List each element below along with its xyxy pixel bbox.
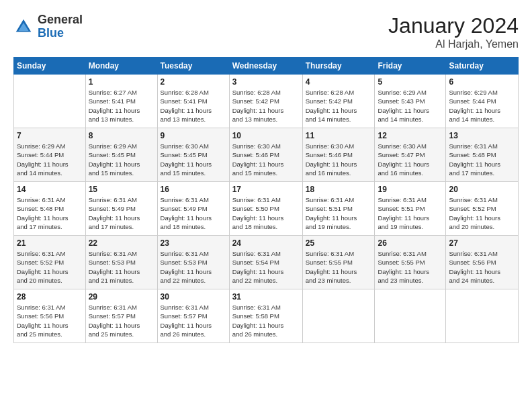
day-number: 2: [161, 77, 226, 87]
col-wednesday: Wednesday: [229, 58, 302, 75]
day-number: 13: [449, 131, 515, 140]
day-info: Sunrise: 6:31 AM Sunset: 5:49 PM Dayligh…: [161, 195, 226, 231]
day-number: 11: [306, 131, 372, 140]
logo-blue: Blue: [38, 26, 64, 40]
day-number: 10: [232, 131, 300, 140]
day-info: Sunrise: 6:29 AM Sunset: 5:45 PM Dayligh…: [89, 142, 154, 177]
header: General Blue January 2024 Al Harjah, Yem…: [13, 13, 519, 50]
day-number: 3: [232, 77, 300, 87]
col-friday: Friday: [375, 58, 446, 75]
day-number: 6: [449, 77, 515, 87]
day-info: Sunrise: 6:31 AM Sunset: 5:57 PM Dayligh…: [89, 303, 154, 338]
day-number: 8: [89, 131, 154, 140]
table-row: 25Sunrise: 6:31 AM Sunset: 5:55 PM Dayli…: [302, 236, 375, 289]
day-info: Sunrise: 6:31 AM Sunset: 5:56 PM Dayligh…: [449, 249, 515, 285]
calendar-week-row: 1Sunrise: 6:27 AM Sunset: 5:41 PM Daylig…: [14, 75, 519, 128]
table-row: 2Sunrise: 6:28 AM Sunset: 5:41 PM Daylig…: [157, 75, 229, 128]
day-number: 30: [161, 292, 226, 302]
day-info: Sunrise: 6:31 AM Sunset: 5:53 PM Dayligh…: [89, 249, 154, 285]
table-row: 6Sunrise: 6:29 AM Sunset: 5:44 PM Daylig…: [446, 75, 519, 128]
day-number: 28: [17, 292, 83, 302]
day-number: 26: [378, 238, 443, 248]
calendar-week-row: 21Sunrise: 6:31 AM Sunset: 5:52 PM Dayli…: [14, 236, 519, 289]
table-row: [14, 75, 86, 128]
table-row: 1Sunrise: 6:27 AM Sunset: 5:41 PM Daylig…: [85, 75, 157, 128]
table-row: 5Sunrise: 6:29 AM Sunset: 5:43 PM Daylig…: [375, 75, 446, 128]
col-tuesday: Tuesday: [157, 58, 229, 75]
col-sunday: Sunday: [14, 58, 86, 75]
col-saturday: Saturday: [446, 58, 519, 75]
day-info: Sunrise: 6:28 AM Sunset: 5:42 PM Dayligh…: [306, 88, 372, 124]
day-info: Sunrise: 6:29 AM Sunset: 5:43 PM Dayligh…: [378, 88, 443, 124]
table-row: 8Sunrise: 6:29 AM Sunset: 5:45 PM Daylig…: [85, 128, 157, 182]
day-info: Sunrise: 6:31 AM Sunset: 5:52 PM Dayligh…: [17, 249, 83, 285]
table-row: 4Sunrise: 6:28 AM Sunset: 5:42 PM Daylig…: [302, 75, 375, 128]
table-row: 21Sunrise: 6:31 AM Sunset: 5:52 PM Dayli…: [14, 236, 86, 289]
calendar-week-row: 28Sunrise: 6:31 AM Sunset: 5:56 PM Dayli…: [14, 289, 519, 343]
table-row: 30Sunrise: 6:31 AM Sunset: 5:57 PM Dayli…: [157, 289, 229, 343]
table-row: 14Sunrise: 6:31 AM Sunset: 5:48 PM Dayli…: [14, 182, 86, 236]
table-row: 16Sunrise: 6:31 AM Sunset: 5:49 PM Dayli…: [157, 182, 229, 236]
day-number: 17: [232, 185, 300, 194]
table-row: 31Sunrise: 6:31 AM Sunset: 5:58 PM Dayli…: [229, 289, 302, 343]
table-row: 28Sunrise: 6:31 AM Sunset: 5:56 PM Dayli…: [14, 289, 86, 343]
day-number: 5: [378, 77, 443, 87]
day-info: Sunrise: 6:31 AM Sunset: 5:51 PM Dayligh…: [306, 195, 372, 231]
day-info: Sunrise: 6:28 AM Sunset: 5:41 PM Dayligh…: [161, 88, 226, 124]
title-block: January 2024 Al Harjah, Yemen: [388, 13, 519, 50]
day-number: 12: [378, 131, 443, 140]
day-number: 21: [17, 238, 83, 248]
day-number: 7: [17, 131, 83, 140]
day-info: Sunrise: 6:31 AM Sunset: 5:55 PM Dayligh…: [378, 249, 443, 285]
day-info: Sunrise: 6:31 AM Sunset: 5:49 PM Dayligh…: [89, 195, 154, 231]
table-row: 23Sunrise: 6:31 AM Sunset: 5:53 PM Dayli…: [157, 236, 229, 289]
col-monday: Monday: [85, 58, 157, 75]
day-number: 9: [161, 131, 226, 140]
page: General Blue January 2024 Al Harjah, Yem…: [0, 0, 532, 411]
day-info: Sunrise: 6:30 AM Sunset: 5:45 PM Dayligh…: [161, 142, 226, 177]
day-number: 27: [449, 238, 515, 248]
day-number: 29: [89, 292, 154, 302]
day-info: Sunrise: 6:30 AM Sunset: 5:46 PM Dayligh…: [232, 142, 300, 177]
table-row: [375, 289, 446, 343]
table-row: 7Sunrise: 6:29 AM Sunset: 5:44 PM Daylig…: [14, 128, 86, 182]
day-number: 24: [232, 238, 300, 248]
calendar-subtitle: Al Harjah, Yemen: [388, 38, 519, 50]
table-row: 11Sunrise: 6:30 AM Sunset: 5:46 PM Dayli…: [302, 128, 375, 182]
day-info: Sunrise: 6:31 AM Sunset: 5:51 PM Dayligh…: [378, 195, 443, 231]
day-number: 18: [306, 185, 372, 194]
day-number: 31: [232, 292, 300, 302]
logo: General Blue: [13, 13, 83, 40]
day-info: Sunrise: 6:28 AM Sunset: 5:42 PM Dayligh…: [232, 88, 300, 124]
table-row: 27Sunrise: 6:31 AM Sunset: 5:56 PM Dayli…: [446, 236, 519, 289]
table-row: 24Sunrise: 6:31 AM Sunset: 5:54 PM Dayli…: [229, 236, 302, 289]
table-row: 18Sunrise: 6:31 AM Sunset: 5:51 PM Dayli…: [302, 182, 375, 236]
col-thursday: Thursday: [302, 58, 375, 75]
calendar-title: January 2024: [388, 13, 519, 38]
table-row: 19Sunrise: 6:31 AM Sunset: 5:51 PM Dayli…: [375, 182, 446, 236]
day-number: 14: [17, 185, 83, 194]
logo-text: General Blue: [38, 13, 83, 40]
day-info: Sunrise: 6:31 AM Sunset: 5:48 PM Dayligh…: [17, 195, 83, 231]
table-row: 13Sunrise: 6:31 AM Sunset: 5:48 PM Dayli…: [446, 128, 519, 182]
day-info: Sunrise: 6:31 AM Sunset: 5:56 PM Dayligh…: [17, 303, 83, 338]
table-row: 3Sunrise: 6:28 AM Sunset: 5:42 PM Daylig…: [229, 75, 302, 128]
day-info: Sunrise: 6:27 AM Sunset: 5:41 PM Dayligh…: [89, 88, 154, 124]
day-info: Sunrise: 6:31 AM Sunset: 5:48 PM Dayligh…: [449, 142, 515, 177]
day-info: Sunrise: 6:30 AM Sunset: 5:46 PM Dayligh…: [306, 142, 372, 177]
logo-general: General: [38, 13, 83, 26]
day-number: 23: [161, 238, 226, 248]
day-info: Sunrise: 6:31 AM Sunset: 5:58 PM Dayligh…: [232, 303, 300, 338]
day-number: 1: [89, 77, 154, 87]
calendar-header-row: Sunday Monday Tuesday Wednesday Thursday…: [14, 58, 519, 75]
day-number: 20: [449, 185, 515, 194]
table-row: 15Sunrise: 6:31 AM Sunset: 5:49 PM Dayli…: [85, 182, 157, 236]
day-info: Sunrise: 6:31 AM Sunset: 5:52 PM Dayligh…: [449, 195, 515, 231]
table-row: 29Sunrise: 6:31 AM Sunset: 5:57 PM Dayli…: [85, 289, 157, 343]
calendar-table: Sunday Monday Tuesday Wednesday Thursday…: [13, 57, 519, 343]
day-info: Sunrise: 6:31 AM Sunset: 5:57 PM Dayligh…: [161, 303, 226, 338]
table-row: 26Sunrise: 6:31 AM Sunset: 5:55 PM Dayli…: [375, 236, 446, 289]
day-number: 4: [306, 77, 372, 87]
table-row: 20Sunrise: 6:31 AM Sunset: 5:52 PM Dayli…: [446, 182, 519, 236]
day-info: Sunrise: 6:30 AM Sunset: 5:47 PM Dayligh…: [378, 142, 443, 177]
